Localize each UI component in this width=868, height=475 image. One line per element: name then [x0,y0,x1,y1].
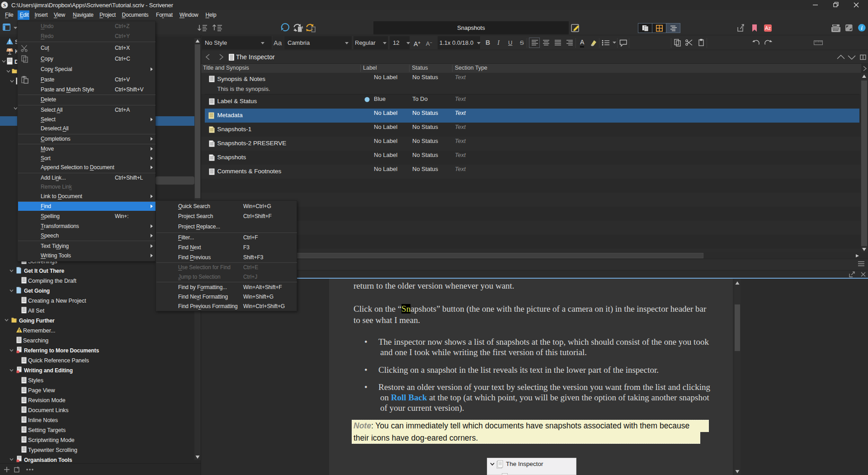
svg-text:Az: Az [765,25,771,31]
svg-text:S: S [3,2,6,8]
svg-text:i: i [861,25,863,31]
